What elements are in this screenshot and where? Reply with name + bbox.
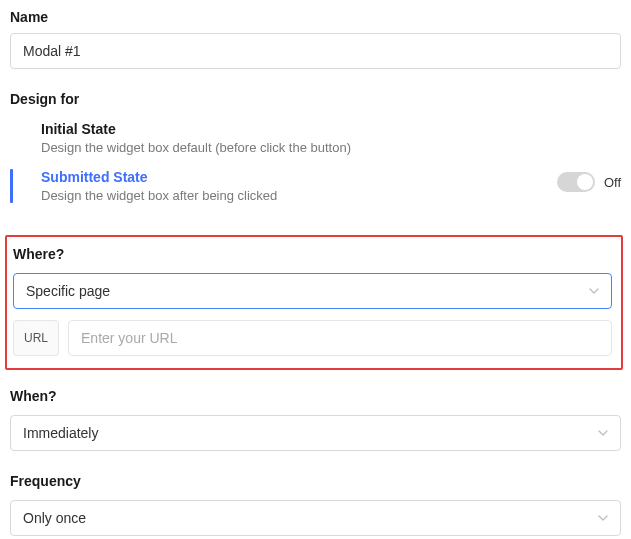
frequency-select[interactable]: Only once [10,500,621,536]
when-select[interactable]: Immediately [10,415,621,451]
frequency-section: Frequency Only once [10,473,621,536]
url-input[interactable] [68,320,612,356]
toggle-knob [577,174,593,190]
state-indicator-bar [10,169,13,203]
state-desc: Design the widget box default (before cl… [41,140,621,155]
where-select-wrap: Specific page [13,273,612,309]
frequency-label: Frequency [10,473,621,489]
url-row: URL [13,320,612,356]
name-label: Name [10,9,621,25]
state-submitted[interactable]: Submitted State Design the widget box af… [10,165,621,213]
state-desc: Design the widget box after being clicke… [41,188,557,203]
state-list: Initial State Design the widget box defa… [10,117,621,213]
state-initial[interactable]: Initial State Design the widget box defa… [10,117,621,165]
state-title: Submitted State [41,169,557,185]
submitted-toggle[interactable] [557,172,595,192]
state-toggle-group: Off [557,169,621,192]
state-indicator-bar [10,121,13,155]
toggle-label: Off [604,175,621,190]
state-content: Initial State Design the widget box defa… [41,121,621,155]
where-select[interactable]: Specific page [13,273,612,309]
name-input[interactable] [10,33,621,69]
when-section: When? Immediately [10,388,621,451]
when-select-value: Immediately [23,425,98,441]
design-for-label: Design for [10,91,621,107]
when-select-wrap: Immediately [10,415,621,451]
design-for-section: Design for Initial State Design the widg… [10,91,621,213]
url-prefix-label: URL [13,320,59,356]
state-title: Initial State [41,121,621,137]
where-label: Where? [13,246,612,262]
name-section: Name [10,9,621,69]
where-select-value: Specific page [26,283,110,299]
frequency-select-value: Only once [23,510,86,526]
when-label: When? [10,388,621,404]
state-content: Submitted State Design the widget box af… [41,169,557,203]
where-section-highlight: Where? Specific page URL [5,235,623,370]
frequency-select-wrap: Only once [10,500,621,536]
